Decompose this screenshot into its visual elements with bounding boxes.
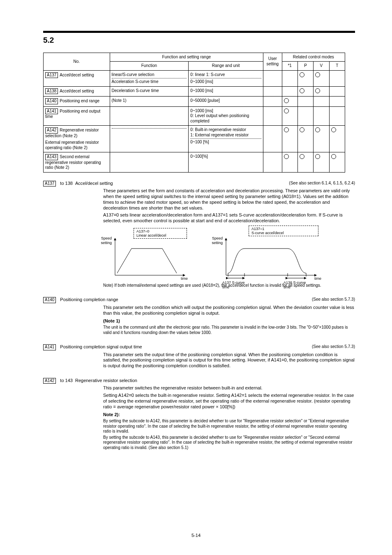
- param-code: A143: [45, 154, 58, 160]
- table-row: A141Positioning end output time0~1000 [m…: [44, 106, 345, 126]
- th-no: No.: [44, 53, 110, 70]
- th-func: Function: [110, 62, 189, 71]
- param-label: Positioning end range: [60, 99, 99, 103]
- param-code: A137: [45, 72, 58, 78]
- description-item: A141Positioning completion signal output…: [43, 344, 355, 369]
- param-code: A142: [43, 378, 56, 384]
- table-row: A137Accel/decel settinglinear/S-curve se…: [44, 70, 345, 86]
- section-number: 5.2: [43, 35, 355, 45]
- description-item: A137to 138Accel/decel setting(See also s…: [43, 181, 355, 288]
- param-label: Accel/decel setting: [60, 73, 94, 77]
- divider-bar: [43, 31, 355, 33]
- mode-V: V: [314, 62, 329, 71]
- th-range: Range and unit: [189, 62, 263, 71]
- table-row: A138Accel/decel settingDeceleration S-cu…: [44, 86, 345, 97]
- diagram-linear: A137=0Linear accel/deceltimeSpeed settin…: [109, 228, 199, 281]
- param-code: A138: [45, 88, 58, 94]
- table-row: A140Positioning end range(Note 1)0~50000…: [44, 97, 345, 107]
- description-item: A142to 143Regenerative resistor selectio…: [43, 378, 355, 450]
- param-label: Accel/decel setting: [60, 89, 94, 93]
- th-modes: Related control modes: [282, 53, 345, 62]
- param-code: A141: [43, 344, 56, 350]
- description-item: A140Positioning completion range(See als…: [43, 297, 355, 335]
- param-code: A140: [45, 98, 58, 104]
- param-code: A142: [45, 127, 58, 134]
- table-row: A143Second external regenerative resisto…: [44, 152, 345, 173]
- th-funcrange: Function and setting range: [110, 53, 263, 62]
- table-row: A142Regenerative resistor selection (Not…: [44, 126, 345, 152]
- param-code: A140: [43, 297, 56, 303]
- th-user: User setting: [263, 53, 282, 70]
- diagram-row: A137=0Linear accel/deceltimeSpeed settin…: [109, 228, 355, 281]
- param-code: A141: [45, 108, 58, 115]
- diagram-scurve: A137=1S-curve accel/decelA137 S-curve ti…: [220, 228, 327, 281]
- param-code: A137: [43, 181, 56, 187]
- page-number: 5-14: [0, 533, 392, 539]
- parameter-table: No. Function and setting range User sett…: [43, 53, 345, 173]
- mode-T: T: [329, 62, 345, 71]
- mode-P: P: [297, 62, 313, 71]
